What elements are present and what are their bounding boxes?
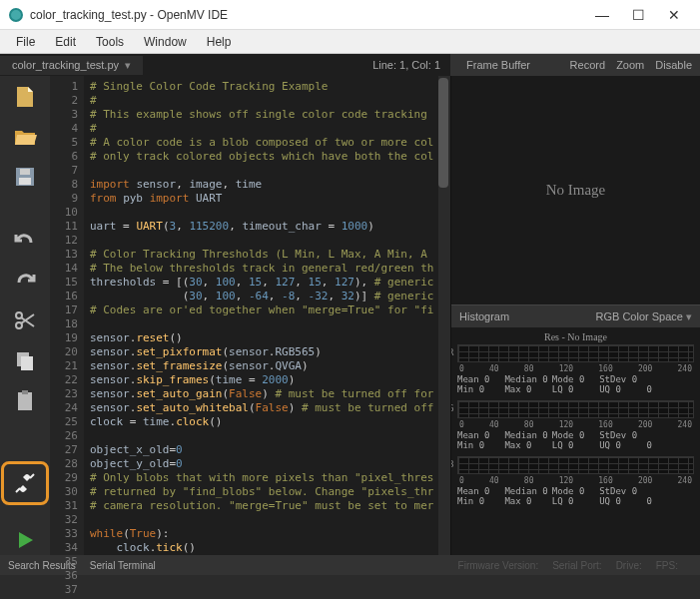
menu-tools[interactable]: Tools: [86, 33, 134, 51]
code-line[interactable]: #: [90, 94, 438, 108]
histogram-grid: R: [457, 344, 694, 362]
code-line[interactable]: #: [90, 122, 438, 136]
code-line[interactable]: [90, 513, 438, 527]
cursor-position: Line: 1, Col: 1: [362, 59, 450, 71]
svg-rect-3: [19, 178, 31, 185]
framebuffer-header: Frame Buffer Record Zoom Disable: [450, 54, 700, 76]
copy-button[interactable]: [8, 345, 42, 375]
histogram-channel-b: B04080120160200240Mean 0Median 0Mode 0St…: [457, 456, 694, 506]
histogram-channel-g: G04080120160200240Mean 0Median 0Mode 0St…: [457, 400, 694, 450]
code-line[interactable]: # Single Color Code Tracking Example: [90, 80, 438, 94]
code-line[interactable]: object_x_old=0: [90, 443, 438, 457]
svg-rect-7: [21, 356, 33, 370]
undo-icon: [13, 229, 37, 253]
paste-button[interactable]: [8, 385, 42, 415]
status-drive: Drive:: [616, 560, 642, 571]
editor-scrollbar[interactable]: [438, 76, 450, 555]
code-line[interactable]: # The below thresholds track in general …: [90, 262, 438, 276]
line-gutter: 1234567891011121314151617181920212223242…: [50, 76, 84, 555]
code-line[interactable]: [90, 206, 438, 220]
code-line[interactable]: object_y_old=0: [90, 457, 438, 471]
histogram-panel: Res - No Image R04080120160200240Mean 0M…: [451, 327, 700, 555]
code-line[interactable]: [90, 164, 438, 178]
svg-rect-8: [18, 392, 32, 410]
cut-button[interactable]: [8, 305, 42, 335]
menu-window[interactable]: Window: [134, 33, 197, 51]
code-line[interactable]: sensor.set_auto_gain(False) # must be tu…: [90, 387, 438, 401]
code-line[interactable]: # only track colored objects which have …: [90, 150, 438, 164]
redo-button[interactable]: [8, 266, 42, 296]
colorspace-select[interactable]: RGB Color Space: [596, 310, 693, 323]
code-line[interactable]: # Only blobs that with more pixels than …: [90, 471, 438, 485]
tab-file[interactable]: color_tracking_test.py ▾: [0, 56, 143, 75]
histogram-title: Histogram: [459, 310, 509, 322]
scroll-thumb[interactable]: [438, 78, 448, 188]
menu-file[interactable]: File: [6, 33, 45, 51]
histogram-res: Res - No Image: [457, 331, 694, 342]
maximize-button[interactable]: ☐: [620, 1, 656, 29]
code-line[interactable]: # This example shows off single color co…: [90, 108, 438, 122]
code-editor[interactable]: 1234567891011121314151617181920212223242…: [50, 76, 450, 555]
fb-disable-button[interactable]: Disable: [655, 59, 692, 71]
code-area[interactable]: # Single Color Code Tracking Example## T…: [84, 76, 438, 555]
code-line[interactable]: sensor.set_framesize(sensor.QVGA): [90, 359, 438, 373]
play-icon: [13, 528, 37, 552]
scissors-icon: [13, 308, 37, 332]
tool-sidebar: [0, 76, 50, 555]
code-line[interactable]: # A color code is a blob composed of two…: [90, 136, 438, 150]
histogram-grid: G: [457, 400, 694, 418]
connect-button-highlight: [1, 461, 49, 505]
code-line[interactable]: from pyb import UART: [90, 192, 438, 206]
undo-button[interactable]: [8, 226, 42, 256]
tab-dropdown-icon[interactable]: ▾: [125, 59, 131, 72]
code-line[interactable]: # Color Tracking Thresholds (L Min, L Ma…: [90, 248, 438, 262]
new-file-icon: [13, 85, 37, 109]
tab-label: color_tracking_test.py: [12, 59, 119, 71]
code-line[interactable]: while(True):: [90, 527, 438, 541]
status-bar: Search Results Serial Terminal Firmware …: [0, 555, 700, 575]
code-line[interactable]: clock = time.clock(): [90, 415, 438, 429]
menubar: File Edit Tools Window Help: [0, 30, 700, 54]
code-line[interactable]: clock.tick(): [90, 541, 438, 555]
code-line[interactable]: thresholds = [(30, 100, 15, 127, 15, 127…: [90, 276, 438, 290]
right-panel: No Image Histogram RGB Color Space Res -…: [450, 76, 700, 555]
svg-rect-9: [22, 390, 28, 394]
close-button[interactable]: ✕: [656, 1, 692, 29]
code-line[interactable]: sensor.set_auto_whitebal(False) # must b…: [90, 401, 438, 415]
code-line[interactable]: sensor.skip_frames(time = 2000): [90, 373, 438, 387]
run-button[interactable]: [8, 525, 42, 555]
code-line[interactable]: # returned by "find_blobs" below. Change…: [90, 485, 438, 499]
framebuffer-view[interactable]: No Image: [451, 76, 700, 305]
save-file-button[interactable]: [8, 162, 42, 192]
code-line[interactable]: [90, 429, 438, 443]
code-line[interactable]: # Codes are or'ed together when "merge=T…: [90, 303, 438, 317]
status-serial-terminal[interactable]: Serial Terminal: [90, 560, 156, 571]
status-fps: FPS:: [656, 560, 678, 571]
minimize-button[interactable]: —: [584, 1, 620, 29]
histogram-channel-r: R04080120160200240Mean 0Median 0Mode 0St…: [457, 344, 694, 394]
fb-zoom-button[interactable]: Zoom: [616, 59, 644, 71]
code-line[interactable]: sensor.reset(): [90, 331, 438, 345]
code-line[interactable]: # camera resolution. "merge=True" must b…: [90, 499, 438, 513]
folder-open-icon: [13, 125, 37, 149]
fb-record-button[interactable]: Record: [570, 59, 605, 71]
menu-help[interactable]: Help: [197, 33, 242, 51]
paste-icon: [13, 388, 37, 412]
code-line[interactable]: [90, 317, 438, 331]
titlebar: color_tracking_test.py - OpenMV IDE — ☐ …: [0, 0, 700, 30]
code-line[interactable]: (30, 100, -64, -8, -32, 32)] # generic: [90, 290, 438, 303]
menu-edit[interactable]: Edit: [45, 33, 86, 51]
code-line[interactable]: sensor.set_pixformat(sensor.RGB565): [90, 345, 438, 359]
histogram-header: Histogram RGB Color Space: [451, 305, 700, 327]
status-firmware: Firmware Version:: [458, 560, 539, 571]
svg-point-0: [10, 9, 22, 21]
code-line[interactable]: import sensor, image, time: [90, 178, 438, 192]
code-line[interactable]: [90, 234, 438, 248]
code-line[interactable]: uart = UART(3, 115200, timeout_char = 10…: [90, 220, 438, 234]
open-file-button[interactable]: [8, 122, 42, 152]
redo-icon: [13, 269, 37, 293]
copy-icon: [13, 348, 37, 372]
connect-button[interactable]: [8, 468, 42, 498]
app-logo-icon: [8, 7, 24, 23]
new-file-button[interactable]: [8, 82, 42, 112]
